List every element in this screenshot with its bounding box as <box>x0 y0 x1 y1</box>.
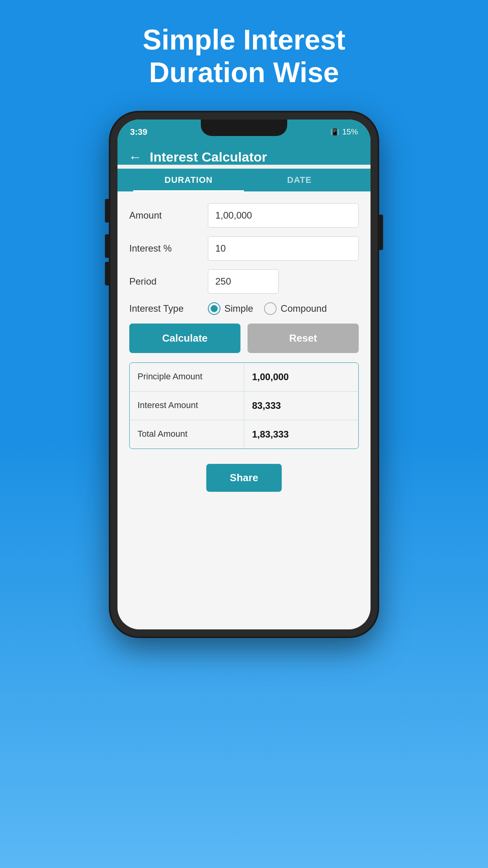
tab-duration[interactable]: DURATION <box>133 169 244 191</box>
period-label: Period <box>129 276 208 287</box>
back-button[interactable]: ← <box>128 149 142 165</box>
app-header: ← Interest Calculator <box>117 142 371 165</box>
header-title: Interest Calculator <box>150 149 267 165</box>
period-row: Period <box>129 269 359 294</box>
interest-type-row: Interest Type Simple Compound <box>129 302 359 315</box>
result-row-interest: Interest Amount 83,333 <box>130 392 358 420</box>
buttons-row: Calculate Reset <box>129 324 359 353</box>
notch <box>201 120 287 136</box>
calculate-button[interactable]: Calculate <box>129 324 240 353</box>
period-input[interactable] <box>208 269 279 294</box>
form-area: Amount Interest % Period Interest Type <box>117 191 371 629</box>
bottom-area <box>129 504 359 622</box>
principle-label: Principle Amount <box>130 363 244 391</box>
amount-row: Amount <box>129 203 359 228</box>
status-right: 📳 15% <box>330 127 358 136</box>
interest-label: Interest % <box>129 243 208 254</box>
interest-amount-value: 83,333 <box>244 392 359 420</box>
interest-amount-label: Interest Amount <box>130 392 244 420</box>
total-amount-value: 1,83,333 <box>244 420 359 449</box>
amount-input[interactable] <box>208 203 359 228</box>
radio-group: Simple Compound <box>208 302 327 315</box>
page-title: Simple Interest Duration Wise <box>143 24 345 89</box>
radio-simple-label: Simple <box>224 303 253 314</box>
radio-compound-circle <box>264 302 277 315</box>
status-time: 3:39 <box>130 127 147 137</box>
result-row-total: Total Amount 1,83,333 <box>130 420 358 449</box>
total-amount-label: Total Amount <box>130 420 244 449</box>
tab-bar: DURATION DATE <box>117 169 371 191</box>
tab-date[interactable]: DATE <box>244 169 355 191</box>
reset-button[interactable]: Reset <box>248 324 359 353</box>
interest-row: Interest % <box>129 236 359 261</box>
phone-wrapper: 3:39 📳 15% ← Interest Calculator DURATIO… <box>110 112 378 636</box>
radio-simple[interactable]: Simple <box>208 302 253 315</box>
result-row-principle: Principle Amount 1,00,000 <box>130 363 358 392</box>
principle-value: 1,00,000 <box>244 363 359 391</box>
phone-frame: 3:39 📳 15% ← Interest Calculator DURATIO… <box>110 112 378 636</box>
radio-compound-label: Compound <box>281 303 327 314</box>
share-area: Share <box>129 460 359 504</box>
interest-input[interactable] <box>208 236 359 261</box>
radio-simple-circle <box>208 302 220 315</box>
share-button[interactable]: Share <box>206 464 282 492</box>
phone-screen: 3:39 📳 15% ← Interest Calculator DURATIO… <box>117 120 371 629</box>
battery-text: 15% <box>342 127 358 136</box>
interest-type-label: Interest Type <box>129 303 208 314</box>
radio-compound[interactable]: Compound <box>264 302 327 315</box>
results-table: Principle Amount 1,00,000 Interest Amoun… <box>129 362 359 449</box>
amount-label: Amount <box>129 210 208 221</box>
vibrate-icon: 📳 <box>330 128 339 136</box>
